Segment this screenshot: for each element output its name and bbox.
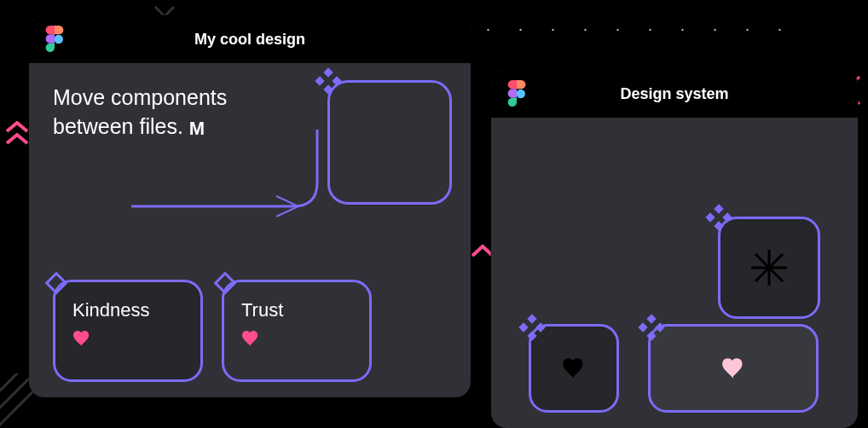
titlebar[interactable]: Design system	[491, 70, 858, 118]
titlebar[interactable]: My cool design	[29, 15, 471, 63]
window-title: Design system	[491, 85, 858, 103]
heart-icon	[562, 357, 586, 379]
component-placeholder[interactable]	[718, 217, 820, 319]
svg-rect-15	[714, 204, 723, 213]
svg-rect-28	[646, 331, 656, 340]
instance-icon	[43, 270, 69, 296]
heart-icon	[72, 330, 91, 347]
svg-rect-18	[722, 212, 732, 222]
instance-icon	[212, 270, 238, 296]
figma-logo-icon	[506, 79, 527, 108]
component-icon	[518, 314, 546, 341]
window-title: My cool design	[29, 31, 471, 49]
component-drop-target[interactable]	[327, 80, 452, 205]
component-icon	[638, 314, 665, 341]
svg-rect-24	[527, 331, 536, 340]
svg-point-14	[517, 90, 525, 98]
headline-line-1: Move components	[53, 85, 227, 109]
svg-rect-13	[216, 274, 235, 293]
svg-rect-8	[323, 67, 333, 77]
card-label: Kindness	[72, 299, 183, 321]
svg-rect-10	[315, 76, 324, 85]
card-label: Trust	[241, 299, 352, 321]
window-design-system[interactable]: Design system	[491, 70, 858, 428]
heart-icon	[241, 330, 260, 347]
heart-icon	[721, 357, 745, 379]
asterisk-icon	[718, 217, 820, 319]
svg-rect-27	[646, 314, 656, 323]
svg-rect-9	[323, 84, 333, 94]
decoration-chevrons-icon	[5, 121, 29, 150]
figma-logo-icon	[44, 25, 65, 54]
svg-rect-17	[705, 212, 715, 222]
svg-rect-23	[527, 314, 536, 323]
svg-rect-16	[714, 221, 723, 230]
headline-line-2: between files.	[53, 114, 183, 138]
window-my-cool-design[interactable]: My cool design Move components between f…	[29, 15, 471, 397]
component-heart-black[interactable]	[529, 324, 619, 413]
svg-rect-12	[47, 274, 67, 293]
svg-rect-29	[638, 322, 647, 332]
svg-rect-25	[518, 322, 528, 332]
headline-glyph: M	[189, 116, 204, 142]
svg-line-4	[0, 373, 26, 408]
svg-rect-26	[535, 322, 545, 332]
svg-rect-11	[332, 76, 341, 85]
component-icon	[705, 204, 732, 231]
component-heart-pink[interactable]	[648, 324, 819, 413]
instance-card-kindness[interactable]: Kindness	[53, 280, 203, 382]
component-icon	[315, 67, 342, 95]
svg-point-7	[55, 35, 63, 43]
svg-rect-30	[655, 322, 664, 332]
instance-card-trust[interactable]: Trust	[222, 280, 372, 382]
